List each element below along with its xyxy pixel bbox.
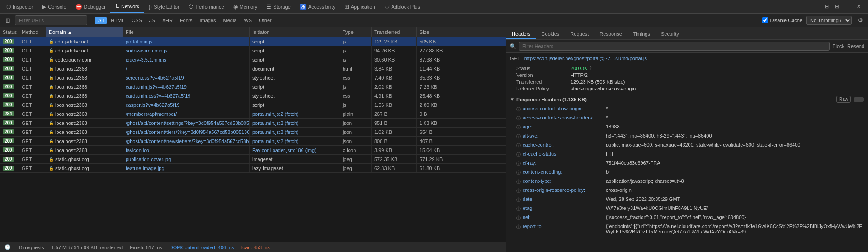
tab-security[interactable]: Security [656,29,684,39]
inspector-icon: ⬡ [6,4,11,10]
table-row[interactable]: 200 GET 🔒localhost:2368 /ghost/api/conte… [0,119,506,128]
info-icon: ⓘ [516,179,521,185]
nav-item-application[interactable]: ⊞ Application [340,0,380,13]
network-icon: ⇅ [115,3,119,10]
toggle-track[interactable] [854,97,864,102]
header-row: ⓘ cross-origin-resource-policy: cross-or… [516,187,864,195]
disable-cache-checkbox[interactable] [762,17,768,23]
info-icon: ⓘ [516,215,521,221]
headers-filter-input[interactable] [519,42,830,51]
header-row: ⓘ access-control-allow-origin: * [516,105,864,113]
info-icon: ⓘ [516,170,521,176]
tab-response[interactable]: Response [594,29,627,39]
block-button[interactable]: Block [832,43,844,49]
status-badge: 200 [3,39,14,44]
tab-headers[interactable]: Headers [506,29,536,39]
dock-icon[interactable]: ⊟ [823,3,830,10]
headers-panel: Headers Cookies Request Response Timings… [506,27,868,252]
info-icon: ⓘ [516,143,521,149]
filter-icon: 🔍 [510,43,516,49]
nav-item-console[interactable]: ▶ Console [38,0,71,13]
filter-tab-css[interactable]: CSS [128,17,145,24]
table-row[interactable]: 200 GET 🔒code.jquery.com jquery-3.5.1.mi… [0,55,506,64]
nav-item-storage[interactable]: ☰ Storage [262,0,295,13]
clear-button[interactable]: 🗑 [3,15,13,25]
filter-tab-all[interactable]: All [95,17,107,24]
info-icon: ⓘ [516,133,521,140]
table-row[interactable]: 200 GET 🔒cdn.jsdelivr.net sodo-search.mi… [0,46,506,55]
disable-cache-label[interactable]: Disable Cache [762,17,802,23]
filter-tab-images[interactable]: Images [196,17,219,24]
finish-time: Finish: 617 ms [130,245,162,250]
nav-item-debugger[interactable]: ⛔ Debugger [71,0,110,13]
tab-cookies[interactable]: Cookies [536,29,565,39]
filter-urls-input[interactable] [15,15,87,25]
resend-button[interactable]: Resend [847,43,864,49]
table-row[interactable]: 200 GET 🔒localhost:2368 screen.css?v=4b6… [0,73,506,82]
memory-icon: ◉ [233,4,238,10]
nav-item-memory[interactable]: ◉ Memory [229,0,262,13]
info-icon: ⓘ [516,124,521,131]
tab-timings[interactable]: Timings [627,29,656,39]
status-badge: 200 [3,48,14,53]
panel-toolbar: 🔍 Block Resend [506,40,868,53]
close-icon[interactable]: ✕ [855,3,863,10]
filter-tab-media[interactable]: Media [220,17,240,24]
filter-tab-html[interactable]: HTML [108,17,127,24]
table-row[interactable]: 200 GET 🔒localhost:2368 /ghost/api/conte… [0,137,506,146]
status-badge: 200 [3,75,14,80]
dom-content-loaded: DOMContentLoaded: 406 ms [170,245,234,250]
filter-tab-fonts[interactable]: Fonts [177,17,196,24]
table-row[interactable]: 200 GET 🔒localhost:2368 favicon.ico Favi… [0,146,506,155]
throttle-select[interactable]: No Throttling ⁝ [806,16,852,25]
filter-tab-xhr[interactable]: XHR [159,17,176,24]
header-row: ⓘ access-control-expose-headers: * [516,114,864,122]
info-icon: ⓘ [516,152,521,158]
th-type[interactable]: Type [340,27,372,37]
nav-item-accessibility[interactable]: ♿ Accessibility [295,0,340,13]
raw-toggle[interactable] [854,97,864,102]
status-badge: 284 [3,111,14,116]
table-row[interactable]: 284 GET 🔒localhost:2368 /members/api/mem… [0,109,506,119]
table-row[interactable]: 200 GET 🔒localhost:2368 casper.js?v=4b62… [0,100,506,109]
filter-tab-other[interactable]: Other [256,17,275,24]
tab-request[interactable]: Request [565,29,594,39]
nav-item-adblock[interactable]: 🛡 Adblock Plus [380,0,425,13]
th-domain[interactable]: Domain ▲ [46,27,123,37]
th-status[interactable]: Status [0,27,19,37]
header-row: ⓘ content-type: application/javascript; … [516,178,864,185]
th-method[interactable]: Method [19,27,46,37]
th-file[interactable]: File [123,27,250,37]
accessibility-icon: ♿ [300,4,307,10]
storage-icon: ☰ [266,4,271,10]
more-icon[interactable]: ⋯ [844,3,852,10]
table-header: Status Method Domain ▲ File Initiator Ty… [0,27,506,37]
th-size[interactable]: Size [417,27,453,37]
table-row[interactable]: 200 GET 🔒cdn.jsdelivr.net portal.min.js … [0,37,506,46]
raw-button[interactable]: Raw [836,96,851,103]
nav-item-performance[interactable]: ⏱ Performance [184,0,229,13]
request-url: GET https://cdn.jsdelivr.net/ghost/porta… [510,56,864,61]
table-row[interactable]: 200 GET 🔒localhost:2368 cards.min.js?v=4… [0,82,506,91]
table-row[interactable]: 200 GET 🔒static.ghost.org feature-image.… [0,164,506,173]
th-initiator[interactable]: Initiator [250,27,340,37]
status-badge: 200 [3,93,14,98]
table-row[interactable]: 200 GET 🔒localhost:2368 / document html … [0,64,506,73]
response-headers-list: ⓘ access-control-allow-origin: * ⓘ acces… [510,105,864,235]
info-icon: ⓘ [516,188,521,194]
table-row[interactable]: 200 GET 🔒localhost:2368 /ghost/api/conte… [0,128,506,137]
status-clock-icon: 🕐 [5,244,11,250]
response-headers-section-header[interactable]: ▼ Response Headers (1.135 KB) Raw [510,95,864,104]
table-row[interactable]: 200 GET 🔒localhost:2368 cards.min.css?v=… [0,91,506,100]
nav-item-style-editor[interactable]: {} Style Editor [144,0,184,13]
header-row: ⓘ alt-svc: h3=":443"; ma=86400, h3-29=":… [516,133,864,140]
filter-tab-ws[interactable]: WS [241,17,255,24]
table-row[interactable]: 200 GET 🔒static.ghost.org publication-co… [0,155,506,164]
nav-item-network[interactable]: ⇅ Network [110,0,144,13]
settings-icon[interactable]: ⚙ [855,15,865,25]
filter-tab-js[interactable]: JS [146,17,158,24]
th-transferred[interactable]: Transferred [372,27,417,37]
nav-item-inspector[interactable]: ⬡ Inspector [2,0,38,13]
expand-icon[interactable]: ⊞ [833,3,841,10]
status-badge: 200 [3,138,14,143]
